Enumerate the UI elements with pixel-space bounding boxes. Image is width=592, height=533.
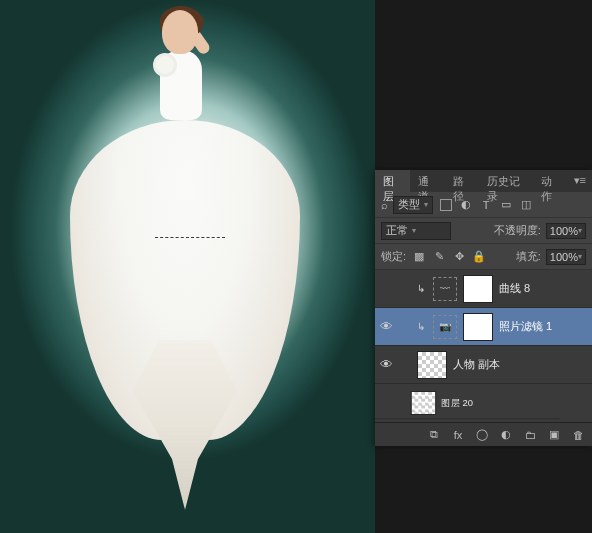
clip-indicator-icon: ↳ [417,321,427,332]
panel-footer: ⧉ fx ◯ ◐ 🗀 ▣ 🗑 [375,422,592,446]
layer-thumb[interactable] [417,351,447,379]
delete-layer-icon[interactable]: 🗑 [570,427,586,443]
layer-name[interactable]: 曲线 8 [499,281,588,296]
new-group-icon[interactable]: 🗀 [522,427,538,443]
lock-pixels-icon[interactable]: ✎ [431,249,447,265]
tab-paths[interactable]: 路径 [445,170,480,192]
artwork-figure [140,10,260,210]
filter-shape-icon[interactable]: ▭ [498,197,514,213]
tab-actions[interactable]: 动作 [533,170,568,192]
clip-indicator-icon: ↳ [417,283,427,294]
layer-row[interactable]: ↳ 〰 曲线 8 [375,270,592,308]
filter-kind-dropdown[interactable]: 类型 ▾ [393,196,433,214]
filter-adjust-icon[interactable]: ◐ [458,197,474,213]
layer-list: ↳ 〰 曲线 8 👁 ↳ 📷 照片滤镜 1 👁 人物 副本 图层 20 [375,270,592,422]
lock-all-icon[interactable]: 🔒 [471,249,487,265]
opacity-label: 不透明度: [494,223,541,238]
filter-row: ⌕ 类型 ▾ ◐ T ▭ ◫ [375,192,592,218]
lock-label: 锁定: [381,249,406,264]
chevron-down-icon: ▾ [578,226,582,235]
layer-mask-thumb[interactable] [463,275,493,303]
curves-icon: 〰 [433,277,457,301]
visibility-toggle[interactable]: 👁 [379,320,393,334]
layer-row[interactable]: 👁 ↳ 📷 照片滤镜 1 [375,308,592,346]
visibility-toggle[interactable] [378,397,390,409]
blend-mode-dropdown[interactable]: 正常 ▾ [381,222,451,240]
adjustment-layer-icon[interactable]: ◐ [498,427,514,443]
fill-label: 填充: [516,249,541,264]
layer-row[interactable]: 图层 20 [375,387,559,419]
document-canvas[interactable] [0,0,375,533]
tab-history[interactable]: 历史记录 [479,170,533,192]
tab-layers[interactable]: 图层 [375,170,410,192]
blend-row: 正常 ▾ 不透明度: 100% ▾ [375,218,592,244]
add-mask-icon[interactable]: ◯ [474,427,490,443]
reflection-guide [155,237,225,238]
filter-kind-label: 类型 [398,197,420,212]
search-icon: ⌕ [381,199,388,211]
lock-position-icon[interactable]: ✥ [451,249,467,265]
layers-panel: 图层 通道 路径 历史记录 动作 ▾≡ ⌕ 类型 ▾ ◐ T ▭ ◫ 正常 ▾ … [375,170,592,446]
chevron-down-icon: ▾ [578,252,582,261]
layer-name[interactable]: 图层 20 [441,396,556,409]
photo-filter-icon: 📷 [433,315,457,339]
fill-value: 100% [550,251,578,263]
blend-mode-value: 正常 [386,223,408,238]
layer-thumb[interactable] [411,391,437,415]
visibility-toggle[interactable] [379,282,393,296]
layer-row[interactable]: 👁 人物 副本 [375,346,592,384]
opacity-field[interactable]: 100% ▾ [546,223,586,239]
new-layer-icon[interactable]: ▣ [546,427,562,443]
filter-text-icon[interactable]: T [478,197,494,213]
filter-pixel-icon[interactable] [438,197,454,213]
visibility-toggle[interactable]: 👁 [379,358,393,372]
lock-row: 锁定: ▩ ✎ ✥ 🔒 填充: 100% ▾ [375,244,592,270]
chevron-down-icon: ▾ [424,200,428,209]
filter-type-icons: ◐ T ▭ ◫ [438,197,534,213]
opacity-value: 100% [550,225,578,237]
tab-channels[interactable]: 通道 [410,170,445,192]
layer-name[interactable]: 人物 副本 [453,357,588,372]
fill-field[interactable]: 100% ▾ [546,249,586,265]
layer-fx-icon[interactable]: fx [450,427,466,443]
layer-mask-thumb[interactable] [463,313,493,341]
filter-smart-icon[interactable]: ◫ [518,197,534,213]
link-layers-icon[interactable]: ⧉ [426,427,442,443]
lock-icons: ▩ ✎ ✥ 🔒 [411,249,487,265]
panel-menu-icon[interactable]: ▾≡ [568,170,592,192]
panel-tabs: 图层 通道 路径 历史记录 动作 ▾≡ [375,170,592,192]
layer-name[interactable]: 照片滤镜 1 [499,319,588,334]
chevron-down-icon: ▾ [412,226,416,235]
lock-transparency-icon[interactable]: ▩ [411,249,427,265]
